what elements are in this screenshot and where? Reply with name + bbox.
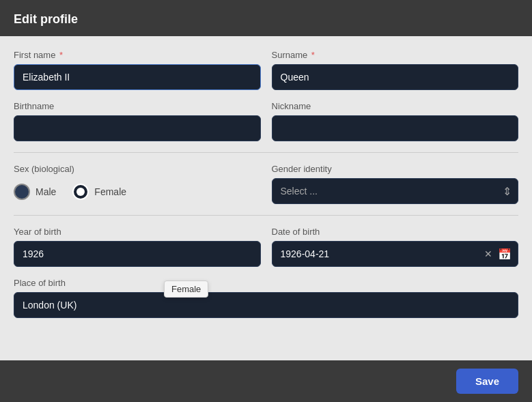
birthname-label: Birthname (14, 101, 261, 111)
birthname-group: Birthname (14, 101, 261, 141)
gender-identity-select[interactable]: Select ... Man Woman Non-binary Other (272, 178, 519, 204)
place-of-birth-input[interactable] (14, 292, 518, 318)
save-button[interactable]: Save (456, 369, 518, 394)
sex-female-radio[interactable] (72, 184, 89, 200)
birth-date-row: Year of birth Date of birth ✕ 📅 (14, 227, 518, 267)
first-name-group: First name * (14, 50, 261, 90)
dialog-footer: Save (0, 360, 532, 402)
dialog-title: Edit profile (0, 0, 532, 36)
nickname-label: Nickname (272, 101, 519, 111)
sex-male-option[interactable]: Male (14, 184, 56, 200)
date-icons: ✕ 📅 (484, 248, 512, 261)
divider-2 (14, 215, 518, 216)
gender-identity-group: Gender identity Select ... Man Woman Non… (272, 164, 519, 204)
sex-female-option[interactable]: Female (72, 184, 126, 200)
edit-profile-dialog: Edit profile First name * Surname * Birt… (0, 0, 532, 402)
divider-1 (14, 152, 518, 153)
year-of-birth-input[interactable] (14, 241, 261, 267)
gender-identity-label: Gender identity (272, 164, 519, 174)
sex-gender-row: Sex (biological) Male Female Gender iden… (14, 164, 518, 204)
date-of-birth-wrapper: ✕ 📅 (272, 241, 519, 267)
place-of-birth-group: Place of birth Female (14, 278, 518, 318)
year-of-birth-group: Year of birth (14, 227, 261, 267)
surname-label: Surname * (272, 50, 519, 60)
name-row: First name * Surname * (14, 50, 518, 90)
sex-label: Sex (biological) (14, 164, 261, 174)
surname-input[interactable] (272, 64, 519, 90)
sex-female-label: Female (94, 186, 126, 197)
sex-male-label: Male (36, 186, 56, 197)
dialog-body: First name * Surname * Birthname Nicknam… (0, 36, 532, 360)
first-name-label: First name * (14, 50, 261, 60)
place-of-birth-row: Place of birth Female (14, 278, 518, 318)
sex-group: Sex (biological) Male Female (14, 164, 261, 204)
sex-options: Male Female (14, 184, 261, 200)
nickname-input[interactable] (272, 115, 519, 141)
tooltip-female: Female (164, 281, 208, 298)
first-name-input[interactable] (14, 64, 261, 90)
nickname-group: Nickname (272, 101, 519, 141)
year-of-birth-label: Year of birth (14, 227, 261, 237)
sex-male-radio[interactable] (14, 184, 30, 200)
date-clear-icon[interactable]: ✕ (484, 248, 492, 259)
date-of-birth-label: Date of birth (272, 227, 519, 237)
surname-group: Surname * (272, 50, 519, 90)
date-of-birth-group: Date of birth ✕ 📅 (272, 227, 519, 267)
gender-identity-select-wrapper: Select ... Man Woman Non-binary Other ⇕ (272, 178, 519, 204)
birthname-input[interactable] (14, 115, 261, 141)
first-name-required: * (57, 50, 63, 60)
calendar-icon[interactable]: 📅 (498, 248, 512, 261)
birthname-row: Birthname Nickname (14, 101, 518, 141)
date-of-birth-input[interactable] (272, 241, 519, 267)
place-of-birth-label: Place of birth (14, 278, 518, 288)
surname-required: * (309, 50, 315, 60)
